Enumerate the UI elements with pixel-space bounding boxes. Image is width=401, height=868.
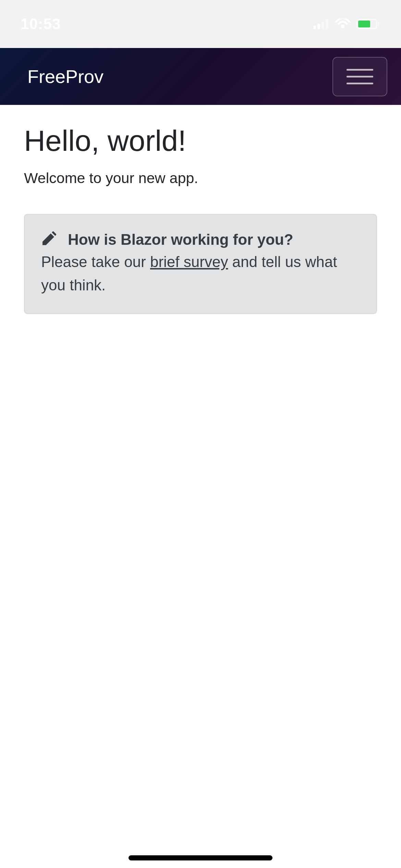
cellular-signal-icon <box>313 19 329 29</box>
nav-bar: FreeProv <box>0 48 401 105</box>
status-time: 10:53 <box>21 15 61 33</box>
survey-alert: How is Blazor working for you? Please ta… <box>24 214 377 314</box>
home-indicator[interactable] <box>129 855 272 860</box>
svg-rect-1 <box>317 24 320 29</box>
hamburger-icon <box>347 69 373 71</box>
hamburger-icon <box>347 76 373 77</box>
nav-brand[interactable]: FreeProv <box>27 66 104 87</box>
status-icons <box>313 19 380 29</box>
alert-body-before: Please take our <box>41 253 150 270</box>
alert-title: How is Blazor working for you? <box>68 231 293 248</box>
wifi-icon <box>335 19 350 29</box>
nav-toggle-button[interactable] <box>332 57 387 96</box>
alert-heading: How is Blazor working for you? <box>41 231 360 248</box>
alert-body: Please take our brief survey and tell us… <box>41 250 360 297</box>
svg-rect-0 <box>313 26 316 29</box>
status-bar: 10:53 <box>0 0 401 48</box>
battery-charging-icon <box>356 19 380 29</box>
survey-link[interactable]: brief survey <box>150 253 228 270</box>
svg-rect-2 <box>321 21 324 29</box>
main-content: Hello, world! Welcome to your new app. H… <box>0 105 401 333</box>
pencil-icon <box>41 231 56 248</box>
hamburger-icon <box>347 83 373 84</box>
page-subtitle: Welcome to your new app. <box>24 170 377 186</box>
page-title: Hello, world! <box>24 124 377 158</box>
svg-rect-3 <box>326 19 328 29</box>
